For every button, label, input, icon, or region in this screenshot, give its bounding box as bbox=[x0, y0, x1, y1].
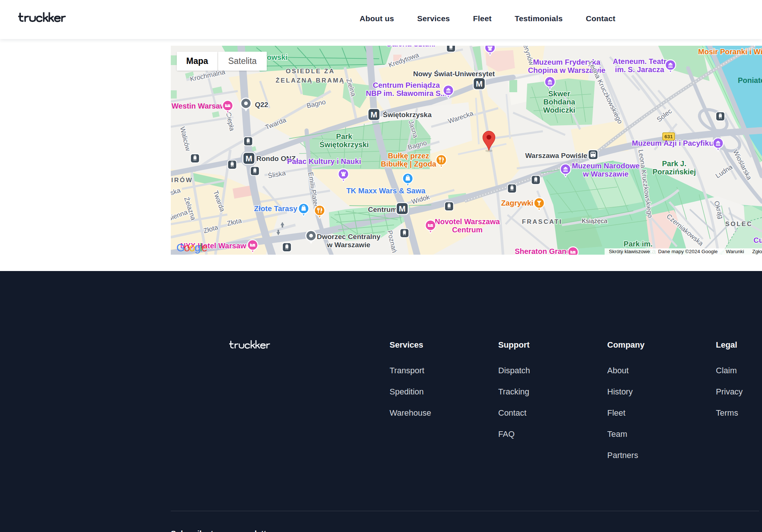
svg-text:w Warszawie: w Warszawie bbox=[583, 170, 629, 178]
svg-text:Ateneum. Teatr: Ateneum. Teatr bbox=[613, 57, 666, 65]
svg-text:Q22: Q22 bbox=[255, 101, 268, 109]
svg-text:OSIEDLE ZA: OSIEDLE ZA bbox=[286, 68, 335, 75]
svg-text:Galeria Sztuki: Galeria Sztuki bbox=[386, 46, 435, 48]
svg-text:Nowy Świat-Uniwersytet: Nowy Świat-Uniwersytet bbox=[413, 70, 495, 78]
svg-text:MIRÓW: MIRÓW bbox=[171, 177, 193, 184]
svg-text:w Warszawie: w Warszawie bbox=[327, 241, 371, 249]
svg-text:Centrum: Centrum bbox=[368, 206, 397, 213]
svg-text:Centrum Pieniądza: Centrum Pieniądza bbox=[373, 81, 440, 89]
svg-text:Warszawa Powiśle: Warszawa Powiśle bbox=[525, 152, 587, 159]
svg-text:SOLEC: SOLEC bbox=[725, 220, 753, 228]
svg-text:Park: Park bbox=[336, 132, 352, 141]
svg-text:Bibułkę | Zgoda: Bibułkę | Zgoda bbox=[381, 160, 437, 168]
svg-text:Świętokrzyska: Świętokrzyska bbox=[383, 111, 432, 119]
svg-text:Dworzec Centralny: Dworzec Centralny bbox=[317, 233, 380, 241]
svg-text:im. S. Jaracza: im. S. Jaracza bbox=[615, 65, 665, 74]
svg-text:FRASCATI: FRASCATI bbox=[522, 218, 563, 225]
svg-text:Muzeum Narodowe: Muzeum Narodowe bbox=[572, 162, 640, 170]
svg-text:631: 631 bbox=[665, 134, 673, 139]
svg-text:Mosir Poranki i Wio: Mosir Poranki i Wio bbox=[698, 48, 762, 56]
svg-text:Porazińskiej: Porazińskiej bbox=[653, 168, 696, 176]
svg-text:Skwer: Skwer bbox=[548, 90, 570, 98]
svg-text:Novotel Warszawa: Novotel Warszawa bbox=[435, 217, 500, 226]
svg-text:Sheraton Grand: Sheraton Grand bbox=[515, 247, 571, 255]
svg-text:Książęca: Książęca bbox=[582, 217, 608, 225]
svg-text:owski: owski bbox=[267, 53, 288, 61]
svg-text:Bułkę przez: Bułkę przez bbox=[388, 152, 429, 160]
svg-text:Westin Warsaw: Westin Warsaw bbox=[172, 102, 226, 110]
svg-text:TK Maxx Wars & Sawa: TK Maxx Wars & Sawa bbox=[346, 187, 426, 195]
svg-text:Park im.: Park im. bbox=[624, 240, 653, 248]
svg-text:Bohdana: Bohdana bbox=[543, 98, 575, 106]
svg-text:Złote Tarasy: Złote Tarasy bbox=[254, 204, 298, 213]
svg-text:Pałac Kultury i Nauki: Pałac Kultury i Nauki bbox=[287, 157, 361, 165]
svg-text:NBP im. Sławomira S...: NBP im. Sławomira S... bbox=[366, 89, 446, 97]
svg-text:Zagrywki: Zagrywki bbox=[501, 199, 534, 207]
svg-text:Centrum: Centrum bbox=[452, 226, 483, 234]
svg-text:Wodiczki: Wodiczki bbox=[543, 106, 575, 114]
svg-text:Świętokrzyski: Świętokrzyski bbox=[320, 140, 369, 149]
svg-text:ŻELAZNĄ BRAMĄ: ŻELAZNĄ BRAMĄ bbox=[276, 77, 345, 84]
svg-text:Cud: Cud bbox=[753, 236, 762, 244]
svg-text:Park J.: Park J. bbox=[662, 159, 686, 168]
svg-text:Poniató: Poniató bbox=[738, 76, 762, 84]
